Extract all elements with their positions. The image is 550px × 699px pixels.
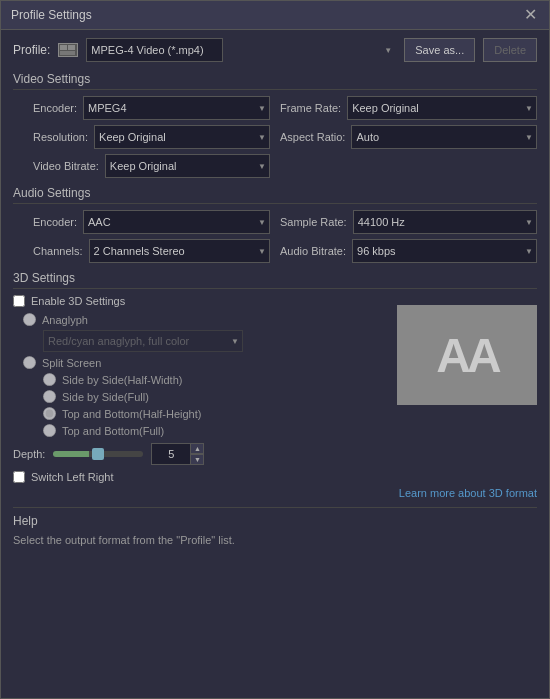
resolution-row: Resolution: Keep Original (13, 125, 270, 149)
title-bar: Profile Settings ✕ (1, 1, 549, 30)
window-title: Profile Settings (11, 8, 92, 22)
video-bitrate-row: Video Bitrate: Keep Original (13, 154, 270, 178)
switch-left-right-checkbox[interactable] (13, 471, 25, 483)
learn-more-link[interactable]: Learn more about 3D format (13, 487, 537, 499)
depth-up-button[interactable]: ▲ (190, 443, 204, 454)
profile-select[interactable]: MPEG-4 Video (*.mp4) (86, 38, 223, 62)
side-by-side-half-label[interactable]: Side by Side(Half-Width) (62, 374, 182, 386)
audio-encoder-select-wrapper[interactable]: AAC (83, 210, 270, 234)
enable-3d-label[interactable]: Enable 3D Settings (31, 295, 125, 307)
depth-value-wrapper: ▲ ▼ (151, 443, 204, 465)
help-section: Help Select the output format from the "… (13, 507, 537, 546)
depth-slider[interactable] (53, 451, 143, 457)
aspect-ratio-label: Aspect Ratio: (280, 131, 345, 143)
top-bottom-full-radio[interactable] (43, 424, 56, 437)
anaglyph-radio[interactable] (23, 313, 36, 326)
side-by-side-half-radio[interactable] (43, 373, 56, 386)
channels-row: Channels: 2 Channels Stereo (13, 239, 270, 263)
encoder-select[interactable]: MPEG4 (83, 96, 270, 120)
video-settings-header: Video Settings (13, 72, 537, 90)
depth-row: Depth: ▲ ▼ (13, 443, 387, 465)
video-settings-grid: Encoder: MPEG4 Frame Rate: Keep Original… (13, 96, 537, 178)
audio-settings-grid: Encoder: AAC Sample Rate: 44100 Hz Chann… (13, 210, 537, 263)
delete-button[interactable]: Delete (483, 38, 537, 62)
resolution-label: Resolution: (33, 131, 88, 143)
main-content: Profile: MPEG-4 Video (*.mp4) Save as...… (1, 30, 549, 698)
resolution-select[interactable]: Keep Original (94, 125, 270, 149)
anaglyph-select-wrapper[interactable]: Red/cyan anaglyph, full color (23, 330, 387, 352)
sample-rate-label: Sample Rate: (280, 216, 347, 228)
side-by-side-half-row: Side by Side(Half-Width) (43, 373, 387, 386)
top-bottom-half-radio[interactable] (43, 407, 56, 420)
depth-label: Depth: (13, 448, 45, 460)
frame-rate-row: Frame Rate: Keep Original (280, 96, 537, 120)
3d-preview: AA (397, 305, 537, 405)
profile-select-wrapper[interactable]: MPEG-4 Video (*.mp4) (86, 38, 396, 62)
top-bottom-half-row: Top and Bottom(Half-Height) (43, 407, 387, 420)
depth-value-input[interactable] (151, 443, 191, 465)
split-screen-group: Split Screen Side by Side(Half-Width) Si… (13, 356, 387, 437)
svg-rect-2 (68, 45, 75, 50)
encoder-label: Encoder: (33, 102, 77, 114)
sample-rate-row: Sample Rate: 44100 Hz (280, 210, 537, 234)
aspect-ratio-select-wrapper[interactable]: Auto (351, 125, 537, 149)
sample-rate-select[interactable]: 44100 Hz (353, 210, 537, 234)
audio-encoder-select[interactable]: AAC (83, 210, 270, 234)
audio-bitrate-select-wrapper[interactable]: 96 kbps (352, 239, 537, 263)
sample-rate-select-wrapper[interactable]: 44100 Hz (353, 210, 537, 234)
enable-3d-row: Enable 3D Settings (13, 295, 387, 307)
close-button[interactable]: ✕ (522, 7, 539, 23)
split-screen-sub-group: Side by Side(Half-Width) Side by Side(Fu… (23, 373, 387, 437)
top-bottom-half-label[interactable]: Top and Bottom(Half-Height) (62, 408, 201, 420)
video-bitrate-select[interactable]: Keep Original (105, 154, 270, 178)
audio-bitrate-select[interactable]: 96 kbps (352, 239, 537, 263)
profile-row: Profile: MPEG-4 Video (*.mp4) Save as...… (13, 38, 537, 62)
side-by-side-full-radio[interactable] (43, 390, 56, 403)
audio-encoder-row: Encoder: AAC (13, 210, 270, 234)
switch-left-right-label[interactable]: Switch Left Right (31, 471, 114, 483)
aspect-ratio-row: Aspect Ratio: Auto (280, 125, 537, 149)
3d-settings-header: 3D Settings (13, 271, 537, 289)
audio-bitrate-row: Audio Bitrate: 96 kbps (280, 239, 537, 263)
profile-label: Profile: (13, 43, 50, 57)
depth-down-button[interactable]: ▼ (190, 454, 204, 465)
audio-bitrate-label: Audio Bitrate: (280, 245, 346, 257)
save-as-button[interactable]: Save as... (404, 38, 475, 62)
frame-rate-select-wrapper[interactable]: Keep Original (347, 96, 537, 120)
svg-rect-3 (60, 51, 75, 55)
3d-settings-left: Enable 3D Settings Anaglyph Red/cyan ana… (13, 295, 387, 483)
profile-settings-window: Profile Settings ✕ Profile: MPEG-4 Video… (0, 0, 550, 699)
channels-select[interactable]: 2 Channels Stereo (89, 239, 270, 263)
profile-icon (58, 43, 78, 57)
switch-left-right-row: Switch Left Right (13, 471, 387, 483)
video-bitrate-select-wrapper[interactable]: Keep Original (105, 154, 270, 178)
frame-rate-select[interactable]: Keep Original (347, 96, 537, 120)
top-bottom-full-label[interactable]: Top and Bottom(Full) (62, 425, 164, 437)
help-title: Help (13, 514, 537, 528)
anaglyph-radio-row: Anaglyph (23, 313, 387, 326)
aspect-ratio-select[interactable]: Auto (351, 125, 537, 149)
preview-aa-text: AA (436, 328, 497, 383)
channels-select-wrapper[interactable]: 2 Channels Stereo (89, 239, 270, 263)
svg-rect-1 (60, 45, 67, 50)
video-bitrate-label: Video Bitrate: (33, 160, 99, 172)
split-screen-label[interactable]: Split Screen (42, 357, 101, 369)
split-screen-radio[interactable] (23, 356, 36, 369)
channels-label: Channels: (33, 245, 83, 257)
3d-settings-layout: Enable 3D Settings Anaglyph Red/cyan ana… (13, 295, 537, 483)
encoder-select-wrapper[interactable]: MPEG4 (83, 96, 270, 120)
frame-rate-label: Frame Rate: (280, 102, 341, 114)
encoder-row: Encoder: MPEG4 (13, 96, 270, 120)
side-by-side-full-label[interactable]: Side by Side(Full) (62, 391, 149, 403)
depth-arrows: ▲ ▼ (190, 443, 204, 465)
audio-settings-header: Audio Settings (13, 186, 537, 204)
anaglyph-select-outer[interactable]: Red/cyan anaglyph, full color (43, 330, 243, 352)
top-bottom-full-row: Top and Bottom(Full) (43, 424, 387, 437)
resolution-select-wrapper[interactable]: Keep Original (94, 125, 270, 149)
anaglyph-select[interactable]: Red/cyan anaglyph, full color (43, 330, 243, 352)
enable-3d-checkbox[interactable] (13, 295, 25, 307)
side-by-side-full-row: Side by Side(Full) (43, 390, 387, 403)
split-screen-radio-row: Split Screen (23, 356, 387, 369)
audio-encoder-label: Encoder: (33, 216, 77, 228)
anaglyph-label[interactable]: Anaglyph (42, 314, 88, 326)
